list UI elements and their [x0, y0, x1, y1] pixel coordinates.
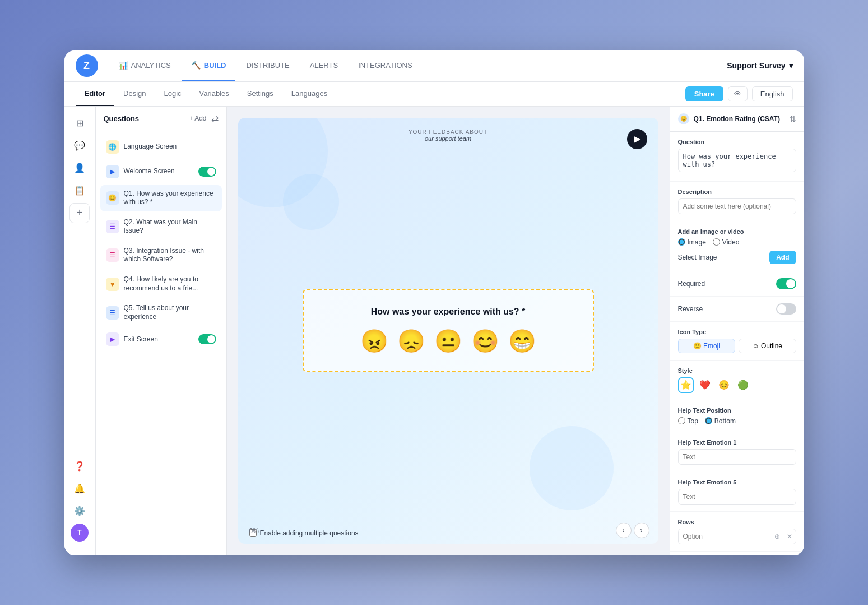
right-panel-header: 😊 Q1. Emotion Rating (CSAT) ⇅: [670, 107, 804, 132]
media-image-option[interactable]: Image: [678, 238, 706, 246]
media-options-row: Image Video: [678, 238, 796, 246]
question-input[interactable]: How was your experience with us?: [678, 149, 796, 172]
build-icon: 🔨: [191, 61, 201, 70]
sub-nav-editor[interactable]: Editor: [76, 81, 115, 106]
icon-type-label: Icon Type: [678, 329, 796, 335]
style-heart[interactable]: ❤️: [697, 377, 713, 393]
plus-icon-btn[interactable]: +: [69, 203, 90, 223]
icon-type-emoji[interactable]: 🙂 Emoji: [678, 339, 736, 353]
nav-tab-analytics[interactable]: 📊 ANALYTICS: [109, 50, 180, 82]
media-video-option[interactable]: Video: [713, 238, 739, 246]
add-image-button[interactable]: Add: [769, 251, 796, 264]
help-text-emotion5-section: Help Text Emotion 5: [670, 472, 804, 512]
sub-nav-settings[interactable]: Settings: [238, 81, 282, 106]
sub-nav-logic[interactable]: Logic: [155, 81, 191, 106]
icon-type-outline[interactable]: ☺ Outline: [739, 339, 796, 353]
required-toggle[interactable]: [776, 278, 796, 289]
app-logo[interactable]: Z: [76, 54, 98, 77]
media-section: Add an image or video Image Video Select…: [670, 221, 804, 271]
question-item-q3[interactable]: ☰ Q3. Integration Issue - with which Sof…: [100, 242, 222, 269]
preview-button[interactable]: 👁: [728, 86, 748, 101]
help-text-emotion1-section: Help Text Emotion 1: [670, 432, 804, 472]
pos-top-option[interactable]: Top: [678, 417, 698, 425]
main-content: ⊞ 💬 👤 📋 + ❓ 🔔 ⚙️ T Questions + Add ⇄: [64, 107, 804, 555]
add-question-btn[interactable]: + Add: [189, 114, 206, 122]
user-icon-btn[interactable]: 👤: [69, 158, 90, 178]
emoji-5[interactable]: 😁: [508, 328, 536, 354]
sub-nav-languages[interactable]: Languages: [282, 81, 336, 106]
bell-icon-btn[interactable]: 🔔: [69, 479, 90, 499]
rows-actions: ⊕ ✕: [772, 531, 796, 542]
language-button[interactable]: English: [752, 86, 793, 101]
question-card: How was your experience with us? * 😠 😞 😐…: [303, 289, 594, 372]
reverse-label: Reverse: [678, 305, 703, 313]
emotion-icon: 😊: [106, 191, 119, 205]
emoji-4[interactable]: 😊: [471, 328, 499, 354]
style-star[interactable]: ⭐: [678, 377, 694, 393]
emoji-row: 😠 😞 😐 😊 😁: [326, 328, 570, 354]
question-item-q1[interactable]: 😊 Q1. How was your experience with us? *: [100, 185, 222, 211]
description-input[interactable]: [678, 198, 796, 214]
style-label: Style: [678, 367, 796, 374]
question-item-welcome[interactable]: ▶ Welcome Screen: [100, 160, 222, 183]
help-text-emotion5-input[interactable]: [678, 489, 796, 505]
help-text-position-label: Help Text Position: [678, 407, 796, 414]
question-item-exit[interactable]: ▶ Exit Screen: [100, 328, 222, 350]
required-row: Required: [678, 278, 796, 289]
main-issue-icon: ☰: [106, 220, 119, 233]
survey-selector[interactable]: Support Survey ▾: [727, 61, 792, 70]
recommend-icon: ♥: [106, 278, 119, 291]
settings-icon-btn[interactable]: ⚙️: [69, 501, 90, 521]
question-item-q5[interactable]: ☰ Q5. Tell us about your experience: [100, 299, 222, 326]
style-circle[interactable]: 🟢: [735, 377, 751, 393]
emoji-2[interactable]: 😞: [397, 328, 425, 354]
welcome-icon: ▶: [106, 165, 119, 178]
help-icon-btn[interactable]: ❓: [69, 456, 90, 477]
help-text-emotion1-input[interactable]: [678, 449, 796, 465]
grid-icon-btn[interactable]: ⊞: [69, 113, 90, 133]
survey-canvas: YOUR FEEDBACK ABOUT our support team ▶ H…: [238, 118, 658, 544]
right-panel: 😊 Q1. Emotion Rating (CSAT) ⇅ Question H…: [670, 107, 804, 555]
user-avatar[interactable]: T: [71, 524, 89, 542]
questions-list: 🌐 Language Screen ▶ Welcome Screen 😊 Q1.…: [96, 131, 226, 555]
integration-icon: ☰: [106, 248, 119, 262]
canvas-next-nav-btn[interactable]: ›: [634, 523, 649, 538]
main-nav-tabs: 📊 ANALYTICS 🔨 BUILD DISTRIBUTE ALERTS IN…: [109, 50, 727, 82]
media-label: Add an image or video: [678, 228, 796, 235]
right-panel-title: Q1. Emotion Rating (CSAT): [694, 115, 785, 123]
sub-nav-variables[interactable]: Variables: [191, 81, 238, 106]
calendar-icon-btn[interactable]: 📋: [69, 181, 90, 201]
pos-bottom-option[interactable]: Bottom: [705, 417, 736, 425]
rows-input[interactable]: [679, 529, 772, 544]
feedback-icon-btn[interactable]: 💬: [69, 136, 90, 156]
reverse-toggle[interactable]: [776, 303, 796, 315]
nav-tab-integrations[interactable]: INTEGRATIONS: [349, 50, 421, 82]
canvas-prev-btn[interactable]: ‹: [616, 523, 632, 538]
style-section: Style ⭐ ❤️ 😊 🟢: [670, 361, 804, 400]
emoji-3[interactable]: 😐: [434, 328, 462, 354]
question-label: Question: [678, 138, 796, 145]
icon-type-section: Icon Type 🙂 Emoji ☺ Outline: [670, 322, 804, 361]
nav-tab-distribute[interactable]: DISTRIBUTE: [238, 50, 299, 82]
question-item-lang[interactable]: 🌐 Language Screen: [100, 136, 222, 158]
rows-move-icon[interactable]: ⊕: [772, 531, 783, 542]
share-button[interactable]: Share: [685, 86, 723, 101]
question-item-q2[interactable]: ☰ Q2. What was your Main Issue?: [100, 214, 222, 240]
rows-delete-icon[interactable]: ✕: [784, 531, 795, 542]
description-section: Description: [670, 182, 804, 221]
sub-nav-design[interactable]: Design: [114, 81, 155, 106]
sort-icon[interactable]: ⇅: [790, 114, 796, 123]
canvas-nav: ‹ ›: [616, 523, 649, 538]
chevron-down-icon: ▾: [789, 61, 793, 70]
canvas-next-btn[interactable]: ▶: [627, 129, 647, 149]
emoji-1[interactable]: 😠: [360, 328, 388, 354]
nav-tab-alerts[interactable]: ALERTS: [301, 50, 347, 82]
question-item-q4[interactable]: ♥ Q4. How likely are you to recommend us…: [100, 271, 222, 297]
style-emoji[interactable]: 😊: [716, 377, 732, 393]
analytics-icon: 📊: [118, 61, 128, 70]
nav-tab-build[interactable]: 🔨 BUILD: [182, 50, 235, 82]
help-text-pos-row: Top Bottom: [678, 417, 796, 425]
exit-toggle[interactable]: [198, 334, 216, 344]
welcome-toggle[interactable]: [198, 167, 216, 177]
reorder-icon[interactable]: ⇄: [211, 113, 219, 124]
